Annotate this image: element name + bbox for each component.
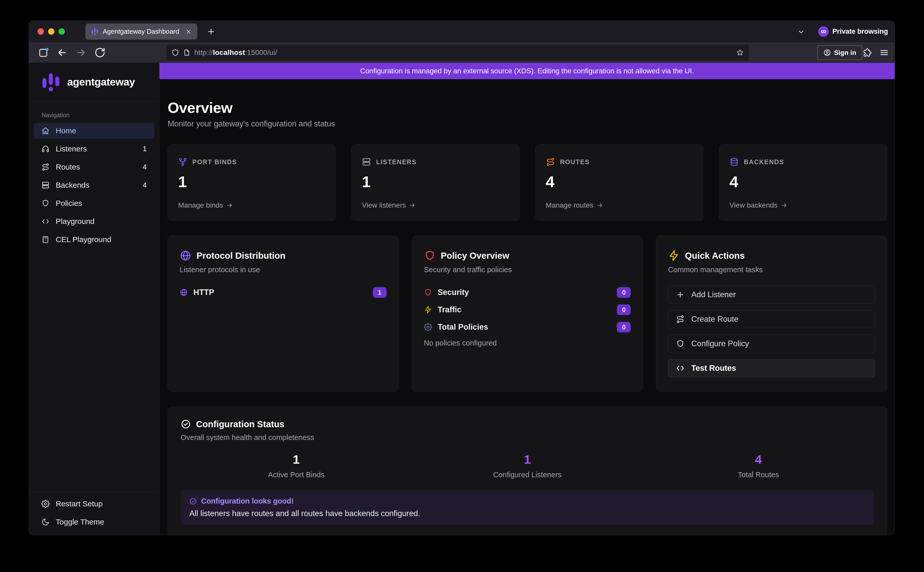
footer-item-label: Restart Setup <box>56 499 103 508</box>
restart-setup-button[interactable]: Restart Setup <box>34 496 154 512</box>
arrow-right-icon <box>781 202 787 208</box>
alert-title: Configuration looks good! <box>201 497 294 505</box>
protocol-count-badge: 1 <box>373 287 386 298</box>
gear-icon <box>424 323 432 331</box>
database-icon <box>729 157 739 166</box>
page-title: Overview <box>168 99 887 116</box>
view-listeners-link[interactable]: View listeners <box>362 201 509 210</box>
sidebar-item-label: Listeners <box>56 145 87 153</box>
sidebar-item-policies[interactable]: Policies <box>34 195 154 211</box>
stat-value: 1 <box>178 173 325 191</box>
browser-window: Agentgateway Dashboard Private browsing … <box>29 20 895 535</box>
configuration-status-card: Configuration Status Overall system heal… <box>168 407 887 535</box>
status-stat-routes: 4 Total Routes <box>643 452 874 479</box>
zap-icon <box>668 250 680 261</box>
status-stat-port-binds: 1 Active Port Binds <box>181 452 412 479</box>
account-icon <box>823 49 831 56</box>
menu-hamburger-icon[interactable] <box>879 48 889 58</box>
sidebar-item-routes[interactable]: Routes 4 <box>34 159 154 175</box>
route-icon <box>546 157 555 166</box>
policy-label: Total Policies <box>438 323 488 332</box>
protocol-row-http: HTTP 1 <box>180 287 386 298</box>
sidebar-item-playground[interactable]: Playground <box>34 213 154 229</box>
nav-section-label: Navigation <box>42 112 159 119</box>
reload-icon[interactable] <box>94 47 106 58</box>
arrow-right-icon <box>409 202 416 208</box>
policy-overview-card: Policy Overview Security and traffic pol… <box>412 236 643 392</box>
private-browsing-badge: Private browsing <box>818 26 888 37</box>
status-stat-value: 1 <box>412 452 643 466</box>
policy-label: Security <box>438 288 469 297</box>
agentgateway-favicon-icon <box>91 28 99 36</box>
toggle-theme-button[interactable]: Toggle Theme <box>34 514 154 530</box>
bookmark-star-icon[interactable] <box>736 49 744 56</box>
plus-icon <box>676 290 684 299</box>
minimize-window-button[interactable] <box>48 28 55 35</box>
overview-cards: Protocol Distribution Listener protocols… <box>168 236 887 392</box>
sidebar-item-count: 4 <box>143 181 146 189</box>
gear-icon <box>41 500 50 508</box>
moon-icon <box>41 518 50 526</box>
card-subtitle: Security and traffic policies <box>424 266 631 274</box>
stat-label: LISTENERS <box>376 158 416 166</box>
policy-label: Traffic <box>438 305 461 314</box>
list-tabs-chevron-icon[interactable] <box>798 28 805 36</box>
zap-icon <box>424 306 432 314</box>
tracking-protection-shield-icon[interactable] <box>171 49 179 56</box>
sidebar-item-backends[interactable]: Backends 4 <box>34 177 154 193</box>
view-backends-link[interactable]: View backends <box>729 201 876 210</box>
add-listener-button[interactable]: Add Listener <box>668 286 875 304</box>
sign-in-button[interactable]: Sign in <box>817 45 862 60</box>
stat-label: PORT BINDS <box>192 158 237 166</box>
sidebar-item-listeners[interactable]: Listeners 1 <box>34 141 154 157</box>
globe-icon <box>180 250 192 261</box>
browser-tab[interactable]: Agentgateway Dashboard <box>85 23 197 40</box>
extensions-puzzle-icon[interactable] <box>862 48 872 58</box>
new-tab-button[interactable] <box>207 27 215 36</box>
shield-icon <box>424 250 436 261</box>
address-bar[interactable]: http://localhost:15000/ui/ <box>166 45 749 61</box>
site-info-page-icon[interactable] <box>183 49 190 56</box>
status-stats: 1 Active Port Binds 1 Configured Listene… <box>181 452 874 479</box>
arrow-right-icon <box>597 202 603 208</box>
page-subtitle: Monitor your gateway's configuration and… <box>168 119 887 129</box>
stat-card-port-binds: PORT BINDS 1 Manage binds <box>168 144 335 221</box>
card-title: Protocol Distribution <box>196 250 285 261</box>
close-tab-icon[interactable] <box>185 29 192 35</box>
test-routes-button[interactable]: Test Routes <box>668 359 875 377</box>
sidebar-item-cel-playground[interactable]: CEL Playground <box>34 232 154 247</box>
headphones-icon <box>41 145 50 153</box>
sidebar-item-label: Policies <box>56 199 82 208</box>
shield-icon <box>424 288 432 297</box>
sidebar-item-label: Backends <box>56 181 89 190</box>
manage-routes-link[interactable]: Manage routes <box>546 201 693 210</box>
private-mask-icon <box>818 26 829 37</box>
code-icon <box>41 217 50 225</box>
xds-banner: Configuration is managed by an external … <box>159 63 894 79</box>
stat-card-listeners: LISTENERS 1 View listeners <box>351 144 519 221</box>
shield-icon <box>41 199 50 207</box>
close-window-button[interactable] <box>37 28 44 35</box>
stat-card-backends: BACKENDS 4 View backends <box>719 144 887 221</box>
sidebar: agentgateway Navigation Home Listeners 1… <box>29 63 159 535</box>
manage-binds-link[interactable]: Manage binds <box>178 201 325 210</box>
forward-icon[interactable] <box>75 47 87 58</box>
create-route-button[interactable]: Create Route <box>668 310 875 328</box>
back-icon[interactable] <box>56 47 68 58</box>
policy-count-badge: 0 <box>617 287 631 298</box>
firefox-view-icon[interactable] <box>38 47 49 58</box>
window-controls[interactable] <box>37 28 65 35</box>
nav-list: Home Listeners 1 Routes 4 Backends 4 <box>29 123 159 250</box>
git-fork-icon <box>178 157 187 166</box>
zoom-window-button[interactable] <box>59 28 65 35</box>
stat-value: 4 <box>546 173 693 191</box>
configure-policy-button[interactable]: Configure Policy <box>668 335 875 353</box>
code-icon <box>676 364 684 373</box>
sidebar-item-label: Playground <box>56 217 95 226</box>
configuration-ok-alert: Configuration looks good! All listeners … <box>181 490 874 525</box>
url-text[interactable]: http://localhost:15000/ui/ <box>195 48 277 57</box>
server-icon <box>362 157 371 166</box>
route-icon <box>41 163 50 171</box>
sidebar-item-home[interactable]: Home <box>34 123 154 139</box>
status-stat-listeners: 1 Configured Listeners <box>412 452 643 479</box>
